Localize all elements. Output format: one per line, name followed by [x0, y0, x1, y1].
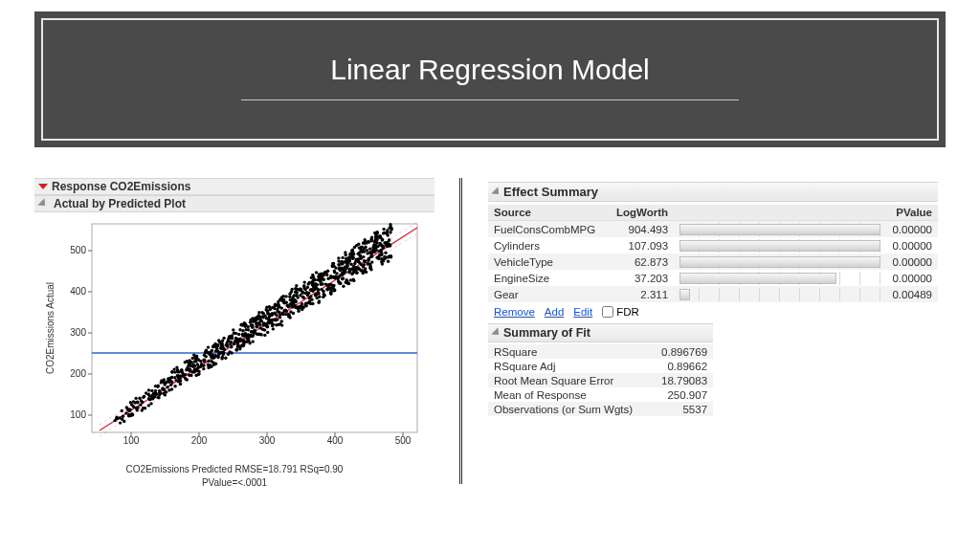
effect-row[interactable]: EngineSize37.2030.00000 [488, 270, 938, 286]
fit-value: 250.907 [638, 387, 713, 402]
fdr-checkbox[interactable] [602, 306, 613, 318]
effect-source: EngineSize [488, 270, 611, 286]
svg-point-488 [222, 353, 225, 356]
svg-point-409 [384, 252, 387, 254]
svg-point-922 [367, 262, 369, 265]
svg-point-708 [249, 320, 252, 323]
col-bar [674, 205, 886, 221]
effect-bar-cell [674, 253, 886, 270]
title-inner: Linear Regression Model [41, 18, 939, 141]
svg-point-836 [382, 258, 385, 261]
disclosure-open-icon[interactable] [491, 187, 501, 197]
svg-point-911 [203, 354, 206, 357]
svg-point-617 [278, 311, 280, 314]
edit-link[interactable]: Edit [573, 306, 592, 318]
svg-point-762 [138, 397, 141, 400]
svg-point-612 [310, 276, 313, 279]
scatter-plot-svg: 100 200 300 400 500 100 200 300 400 500 [38, 218, 431, 463]
svg-point-349 [147, 404, 150, 407]
svg-point-873 [390, 227, 392, 230]
svg-point-871 [323, 278, 325, 281]
svg-point-917 [377, 255, 380, 258]
svg-point-887 [274, 303, 277, 306]
svg-point-878 [358, 254, 361, 257]
effect-summary-header[interactable]: Effect Summary [488, 182, 938, 202]
svg-point-647 [328, 283, 331, 286]
svg-point-766 [288, 315, 291, 318]
svg-point-168 [257, 311, 260, 314]
svg-point-725 [237, 333, 240, 336]
svg-text:400: 400 [70, 286, 86, 297]
svg-point-768 [216, 350, 219, 353]
svg-point-783 [191, 357, 194, 360]
svg-point-856 [181, 374, 184, 377]
svg-point-875 [163, 388, 166, 391]
svg-point-548 [141, 401, 144, 404]
svg-point-505 [281, 313, 284, 316]
svg-point-668 [304, 288, 307, 291]
fdr-checkbox-wrap[interactable]: FDR [602, 306, 639, 318]
svg-point-765 [186, 366, 189, 369]
slide-title: Linear Regression Model [330, 54, 650, 86]
plot-header-row[interactable]: Actual by Predicted Plot [34, 195, 434, 212]
svg-point-822 [263, 334, 266, 337]
svg-point-886 [195, 374, 198, 377]
svg-point-760 [309, 295, 312, 298]
svg-point-739 [134, 397, 137, 400]
svg-point-841 [242, 341, 245, 343]
svg-point-811 [375, 241, 378, 244]
add-link[interactable]: Add [545, 306, 564, 318]
svg-point-301 [175, 365, 178, 368]
disclosure-red-icon[interactable] [38, 184, 48, 189]
effect-summary-table: Source LogWorth PValue FuelConsCombMPG90… [488, 205, 938, 302]
svg-point-845 [329, 293, 332, 296]
svg-point-763 [238, 328, 241, 331]
remove-link[interactable]: Remove [494, 306, 535, 318]
svg-point-678 [230, 351, 233, 354]
svg-point-779 [173, 385, 176, 387]
svg-point-764 [210, 356, 212, 359]
svg-text:200: 200 [70, 368, 86, 379]
effect-row[interactable]: FuelConsCombMPG904.4930.00000 [488, 221, 938, 238]
plot-header: Actual by Predicted Plot [54, 197, 186, 210]
summary-of-fit-header[interactable]: Summary of Fit [488, 323, 713, 342]
effect-row[interactable]: VehicleType62.8730.00000 [488, 253, 938, 270]
svg-point-916 [180, 369, 183, 372]
svg-point-712 [245, 328, 248, 331]
disclosure-open-icon[interactable] [37, 198, 48, 209]
svg-point-890 [313, 278, 316, 281]
svg-point-448 [299, 288, 301, 291]
svg-point-327 [224, 357, 227, 360]
svg-point-854 [220, 357, 223, 360]
svg-point-895 [315, 294, 318, 297]
svg-point-722 [220, 342, 223, 345]
fit-value: 5537 [638, 402, 713, 416]
effect-logworth: 107.093 [611, 237, 674, 253]
effect-bar-cell [674, 221, 886, 238]
svg-point-474 [347, 255, 350, 258]
effect-source: FuelConsCombMPG [488, 221, 611, 238]
svg-point-450 [167, 377, 169, 380]
svg-point-803 [363, 242, 366, 245]
disclosure-open-icon[interactable] [491, 327, 501, 338]
response-header-row[interactable]: Response CO2Emissions [34, 178, 434, 195]
svg-point-730 [355, 244, 358, 247]
effect-row[interactable]: Gear2.3110.00489 [488, 286, 938, 302]
svg-point-743 [119, 416, 122, 419]
svg-point-881 [236, 345, 239, 348]
svg-point-650 [291, 288, 294, 291]
svg-point-918 [284, 308, 287, 311]
effect-row[interactable]: Cylinders107.0930.00000 [488, 237, 938, 253]
svg-point-737 [363, 247, 366, 250]
svg-point-30 [337, 256, 340, 259]
svg-point-752 [379, 243, 382, 246]
svg-point-792 [222, 337, 225, 340]
svg-point-472 [136, 401, 139, 404]
svg-point-812 [144, 407, 146, 409]
svg-point-870 [177, 377, 180, 380]
svg-text:500: 500 [395, 435, 412, 446]
svg-point-654 [379, 250, 382, 253]
svg-point-575 [276, 318, 278, 320]
svg-point-804 [346, 264, 349, 267]
fit-row: RSquare Adj0.89662 [488, 359, 713, 373]
